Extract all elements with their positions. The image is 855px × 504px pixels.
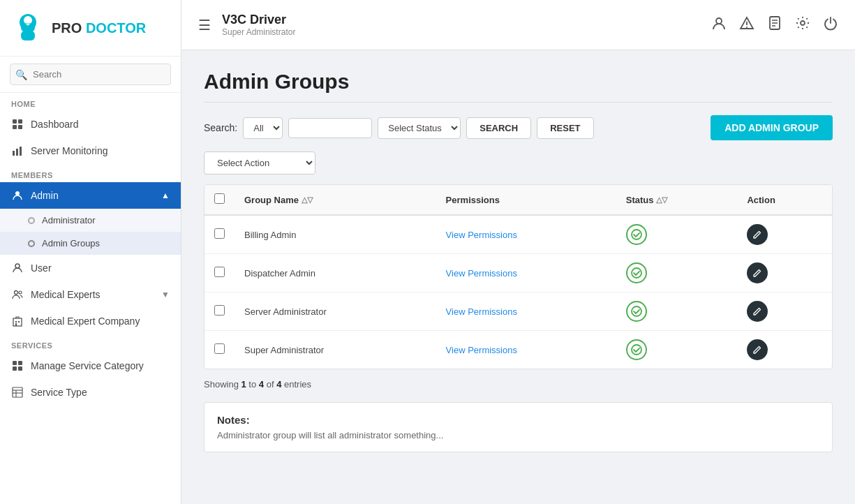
status-active-icon: [626, 339, 647, 360]
sidebar-subitem-administrator-label: Administrator: [42, 215, 96, 225]
content-area: Admin Groups Search: All Select Status A…: [181, 50, 855, 504]
logo-text: PRO DOCTOR: [52, 20, 146, 36]
svg-rect-7: [18, 119, 22, 124]
row-action: [737, 215, 832, 254]
row-status: [616, 331, 738, 369]
action-bar: Select Action Delete Activate Deactivate: [204, 151, 833, 175]
settings-icon[interactable]: [795, 15, 810, 34]
header-permissions: Permissions: [436, 185, 616, 215]
row-action: [737, 292, 832, 331]
edit-button[interactable]: [747, 339, 768, 360]
row-status: [616, 292, 738, 331]
pagination-to-label: to: [248, 379, 258, 390]
row-checkbox-cell: [205, 292, 235, 331]
edit-button[interactable]: [747, 301, 768, 322]
search-button[interactable]: SEARCH: [466, 117, 531, 139]
pagination-from: 1: [241, 379, 246, 390]
notes-box: Notes: Administrator group will list all…: [204, 402, 833, 452]
select-all-checkbox[interactable]: [214, 193, 225, 204]
search-text-input[interactable]: [288, 118, 372, 138]
status-select[interactable]: Select Status Active Inactive: [378, 117, 461, 139]
logo-doctor: DOCTOR: [86, 20, 146, 36]
power-icon[interactable]: [823, 15, 838, 34]
svg-point-40: [632, 345, 641, 355]
svg-point-31: [746, 27, 748, 28]
table-row: Dispatcher Admin View Permissions: [205, 254, 832, 292]
logo-pro: PRO: [52, 20, 82, 36]
svg-point-39: [632, 306, 641, 316]
dot-icon: [28, 217, 35, 224]
view-permissions-link[interactable]: View Permissions: [446, 230, 517, 240]
header-group-name: Group Name △▽: [235, 185, 436, 215]
svg-rect-20: [15, 323, 17, 326]
row-permissions: View Permissions: [436, 292, 616, 331]
grid-icon: [11, 118, 24, 131]
search-filter-select[interactable]: All: [243, 117, 283, 139]
sidebar-item-service-type-label: Service Type: [31, 387, 87, 398]
svg-rect-6: [13, 119, 17, 124]
pagination-info: Showing 1 to 4 of 4 entries: [204, 379, 833, 390]
hamburger-icon[interactable]: ☰: [198, 17, 211, 34]
svg-rect-21: [13, 361, 17, 365]
sidebar-item-user-label: User: [31, 262, 52, 274]
sidebar-subitem-admin-groups[interactable]: Admin Groups: [0, 232, 181, 255]
table-icon: [11, 386, 24, 399]
view-permissions-link[interactable]: View Permissions: [446, 306, 517, 317]
page-title: Admin Groups: [204, 70, 833, 103]
search-bar: Search: All Select Status Active Inactiv…: [204, 115, 833, 140]
action-select[interactable]: Select Action Delete Activate Deactivate: [204, 151, 315, 175]
status-active-icon: [626, 224, 647, 245]
alert-triangle-icon[interactable]: [739, 15, 754, 34]
row-checkbox[interactable]: [214, 305, 225, 316]
sidebar-item-manage-service-category[interactable]: Manage Service Category: [0, 353, 181, 379]
reset-button[interactable]: RESET: [537, 117, 593, 139]
status-active-icon: [626, 262, 647, 283]
row-checkbox[interactable]: [214, 267, 225, 277]
view-permissions-link[interactable]: View Permissions: [446, 345, 517, 355]
users-icon: [11, 288, 24, 301]
row-group-name: Dispatcher Admin: [235, 254, 436, 292]
user-profile-icon[interactable]: [711, 15, 727, 34]
sort-icon-group-name[interactable]: △▽: [302, 195, 313, 205]
table-row: Super Administrator View Permissions: [205, 331, 832, 369]
bar-chart-icon: [11, 144, 24, 157]
sort-icon-status[interactable]: △▽: [656, 195, 667, 205]
sidebar-search-container: 🔍: [0, 57, 181, 93]
svg-rect-12: [20, 147, 22, 156]
sidebar-search-input[interactable]: [10, 64, 171, 85]
sidebar-item-medical-expert-company-label: Medical Expert Company: [31, 316, 140, 327]
view-permissions-link[interactable]: View Permissions: [446, 268, 517, 279]
add-admin-group-button[interactable]: ADD ADMIN GROUP: [711, 115, 833, 140]
file-text-icon[interactable]: [767, 15, 782, 34]
sidebar-search-icon: 🔍: [15, 69, 27, 80]
sidebar-item-user[interactable]: User: [0, 255, 181, 281]
status-header-label: Status: [626, 195, 654, 205]
sidebar-item-server-monitoring[interactable]: Server Monitoring: [0, 138, 181, 164]
svg-rect-3: [21, 31, 35, 40]
sidebar-item-service-type[interactable]: Service Type: [0, 379, 181, 406]
svg-rect-11: [16, 149, 18, 156]
row-checkbox[interactable]: [214, 228, 225, 239]
sidebar-item-medical-experts[interactable]: Medical Experts ▼: [0, 281, 181, 308]
pagination-showing: Showing: [204, 379, 239, 390]
row-checkbox[interactable]: [214, 343, 225, 354]
header-status: Status △▽: [616, 185, 738, 215]
sidebar-subitem-administrator[interactable]: Administrator: [0, 209, 181, 232]
row-status: [616, 215, 738, 254]
sidebar-item-dashboard[interactable]: Dashboard: [0, 111, 181, 138]
edit-button[interactable]: [747, 262, 768, 283]
pagination-total: 4: [276, 379, 281, 390]
chevron-up-icon: ▲: [161, 191, 170, 200]
row-checkbox-cell: [205, 331, 235, 369]
sidebar-item-medical-experts-label: Medical Experts: [31, 289, 101, 300]
topbar-title: V3C Driver Super Administrator: [222, 13, 703, 37]
dot-icon: [28, 240, 35, 247]
group-name-header-label: Group Name: [244, 195, 299, 205]
row-group-name: Super Administrator: [235, 331, 436, 369]
svg-point-15: [15, 291, 18, 295]
svg-rect-10: [13, 151, 15, 156]
edit-button[interactable]: [747, 224, 768, 245]
sidebar-item-admin[interactable]: Admin ▲: [0, 182, 181, 209]
logo-icon: +: [11, 11, 45, 45]
sidebar-item-medical-expert-company[interactable]: Medical Expert Company: [0, 308, 181, 334]
